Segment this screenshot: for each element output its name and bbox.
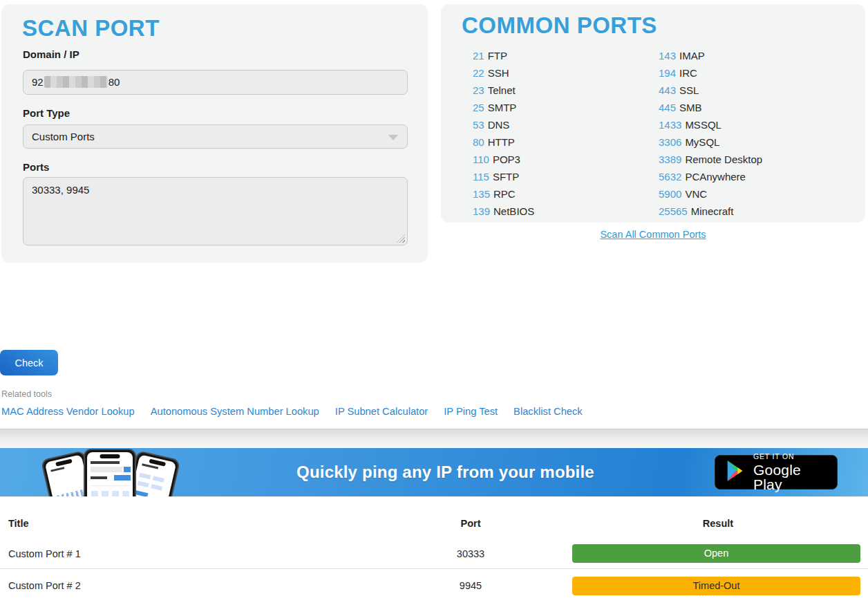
common-port-item-smb[interactable]: 445SMB	[659, 99, 762, 116]
port-number: 5900	[659, 188, 681, 200]
ports-textarea[interactable]: 30333, 9945	[23, 177, 408, 245]
header-port: Port	[373, 518, 568, 529]
phone-mockup-center	[84, 449, 136, 496]
port-number: 110	[473, 153, 489, 165]
row-result: Timed-Out	[568, 577, 868, 595]
table-row: Custom Port # 1 30333 Open	[0, 539, 868, 568]
status-badge-timed-out: Timed-Out	[572, 577, 860, 595]
port-number: 25565	[659, 205, 688, 217]
common-port-item-imap[interactable]: 143IMAP	[659, 47, 762, 64]
domain-value-suffix: 80	[108, 76, 120, 88]
port-number: 445	[659, 102, 676, 113]
port-type-select[interactable]: Custom Ports	[23, 124, 408, 149]
port-name: HTTP	[488, 136, 515, 148]
port-number: 22	[473, 67, 484, 79]
table-row: Custom Port # 2 9945 Timed-Out	[0, 568, 868, 602]
port-name: Minecraft	[691, 205, 734, 217]
phone-screen	[87, 452, 133, 496]
port-name: MySQL	[685, 136, 719, 148]
common-port-item-minecraft[interactable]: 25565Minecraft	[659, 203, 762, 220]
common-port-item-sftp[interactable]: 115SFTP	[473, 168, 534, 185]
port-number: 3389	[659, 153, 681, 165]
port-name: FTP	[488, 50, 507, 62]
link-ip-ping-test[interactable]: IP Ping Test	[444, 406, 498, 417]
port-number: 25	[473, 102, 484, 113]
link-autonomous-system-number-lookup[interactable]: Autonomous System Number Lookup	[151, 406, 319, 417]
common-port-item-irc[interactable]: 194IRC	[659, 64, 762, 82]
results-header-row: Title Port Result	[0, 508, 868, 539]
common-port-item-ftp[interactable]: 21FTP	[473, 47, 534, 64]
common-ports-column-right: 143IMAP 194IRC 443SSL 445SMB 1433MSSQL 3…	[659, 47, 762, 220]
row-title: Custom Port # 2	[0, 580, 373, 591]
phones-image	[48, 448, 176, 496]
port-name: VNC	[685, 188, 707, 200]
port-name: NetBIOS	[493, 205, 534, 217]
link-blacklist-check[interactable]: Blacklist Check	[513, 406, 583, 417]
port-type-label: Port Type	[23, 107, 70, 119]
common-port-item-http[interactable]: 80HTTP	[473, 133, 534, 151]
common-port-item-pop3[interactable]: 110POP3	[473, 151, 534, 168]
promo-banner: Quickly ping any IP from your mobile GET…	[0, 448, 868, 496]
check-button[interactable]: Check	[0, 350, 58, 375]
domain-ip-label: Domain / IP	[23, 48, 79, 60]
banner-headline: Quickly ping any IP from your mobile	[176, 463, 715, 482]
domain-value-prefix: 92	[32, 76, 44, 88]
related-tools-label: Related tools	[1, 389, 52, 399]
common-port-item-dns[interactable]: 53DNS	[473, 116, 534, 133]
ports-label: Ports	[23, 161, 49, 173]
port-name: DNS	[488, 119, 510, 131]
port-name: SFTP	[493, 171, 519, 183]
port-number: 194	[659, 67, 676, 79]
common-port-item-remote-desktop[interactable]: 3389Remote Desktop	[659, 151, 762, 168]
port-name: SMTP	[488, 102, 517, 113]
port-number: 21	[473, 50, 484, 62]
common-port-item-telnet[interactable]: 23Telnet	[473, 82, 534, 99]
header-result: Result	[568, 518, 868, 529]
port-number: 443	[659, 84, 676, 96]
chevron-down-icon	[388, 135, 398, 140]
google-play-badge[interactable]: GET IT ON Google Play	[715, 455, 838, 490]
common-port-item-smtp[interactable]: 25SMTP	[473, 99, 534, 116]
common-port-item-netbios[interactable]: 139NetBIOS	[473, 203, 534, 220]
common-port-item-mssql[interactable]: 1433MSSQL	[659, 116, 762, 133]
header-title: Title	[0, 518, 373, 529]
port-name: SSH	[488, 67, 509, 79]
port-number: 135	[473, 188, 490, 200]
row-title: Custom Port # 1	[0, 548, 373, 559]
domain-ip-input[interactable]: 9280	[23, 70, 408, 95]
row-port: 9945	[373, 580, 568, 591]
common-port-item-ssh[interactable]: 22SSH	[473, 64, 534, 82]
port-number: 53	[473, 119, 484, 131]
port-number: 23	[473, 84, 484, 96]
common-port-item-mysql[interactable]: 3306MySQL	[659, 133, 762, 151]
port-name: SSL	[679, 84, 699, 96]
row-result: Open	[568, 544, 868, 563]
ports-value: 30333, 9945	[32, 184, 89, 196]
port-type-selected-value: Custom Ports	[32, 131, 95, 142]
related-tools-links: MAC Address Vendor Lookup Autonomous Sys…	[1, 406, 583, 417]
scan-all-common-ports-link[interactable]: Scan All Common Ports	[441, 229, 865, 240]
port-name: POP3	[493, 153, 520, 165]
results-table: Title Port Result Custom Port # 1 30333 …	[0, 508, 868, 602]
common-port-item-pcanywhere[interactable]: 5632PCAnywhere	[659, 168, 762, 185]
link-mac-address-vendor-lookup[interactable]: MAC Address Vendor Lookup	[1, 406, 135, 417]
row-port: 30333	[373, 548, 568, 559]
scan-port-panel: SCAN PORT Domain / IP 9280 Port Type Cus…	[1, 4, 428, 263]
port-name: SMB	[679, 102, 702, 113]
google-play-badge-bottom-text: Google Play	[753, 463, 827, 492]
port-number: 5632	[659, 171, 681, 183]
common-port-item-rpc[interactable]: 135RPC	[473, 185, 534, 203]
port-name: MSSQL	[685, 119, 721, 131]
port-number: 3306	[659, 136, 681, 148]
redacted-blur	[44, 76, 108, 88]
port-number: 139	[473, 205, 490, 217]
resize-handle-icon[interactable]	[397, 234, 405, 243]
google-play-icon	[725, 460, 746, 485]
divider-strip	[0, 429, 868, 449]
port-number: 115	[473, 171, 489, 183]
common-port-item-ssl[interactable]: 443SSL	[659, 82, 762, 99]
port-number: 143	[659, 50, 676, 62]
link-ip-subnet-calculator[interactable]: IP Subnet Calculator	[335, 406, 428, 417]
port-name: PCAnywhere	[685, 171, 746, 183]
common-port-item-vnc[interactable]: 5900VNC	[659, 185, 762, 203]
